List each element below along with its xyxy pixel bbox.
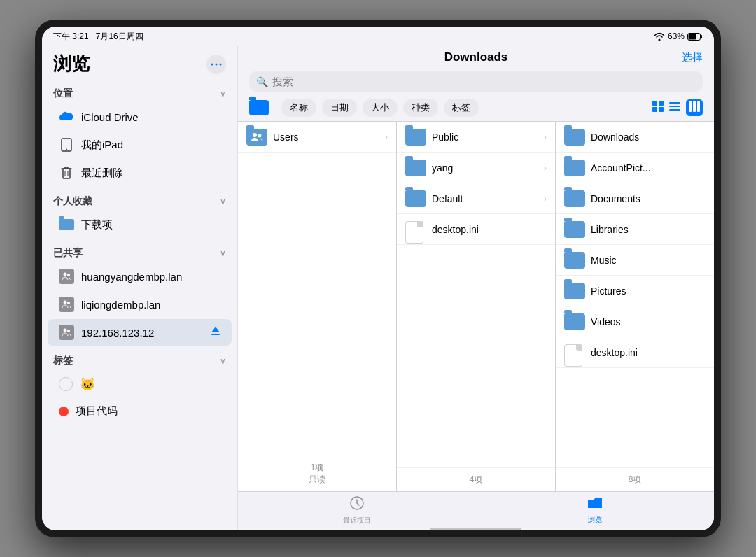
wifi-icon bbox=[654, 32, 665, 41]
table-row[interactable]: Documents bbox=[556, 183, 714, 214]
table-row[interactable]: Libraries bbox=[556, 214, 714, 245]
view-icons bbox=[652, 99, 703, 116]
table-row[interactable]: yang › bbox=[397, 153, 555, 183]
eject-icon bbox=[211, 325, 220, 339]
sidebar-item-icloud-label: iCloud Drive bbox=[81, 111, 220, 123]
section-favorites-header[interactable]: 个人收藏 ∨ bbox=[42, 187, 237, 211]
list-view-button[interactable] bbox=[669, 101, 680, 115]
file-name-users: Users bbox=[273, 132, 379, 143]
file-toolbar: Downloads 选择 bbox=[238, 46, 714, 69]
section-location-header[interactable]: 位置 ∨ bbox=[42, 79, 237, 103]
file-name-documents: Documents bbox=[591, 193, 706, 204]
file-name-libraries: Libraries bbox=[591, 224, 706, 235]
svg-point-7 bbox=[66, 149, 67, 150]
table-row[interactable]: Videos bbox=[556, 306, 714, 337]
file-name-default: Default bbox=[432, 193, 538, 204]
sidebar-menu-button[interactable] bbox=[206, 55, 226, 74]
section-tags-header[interactable]: 标签 ∨ bbox=[42, 346, 237, 370]
sidebar-item-tag-code[interactable]: 项目代码 bbox=[48, 399, 232, 423]
col3-count: 8项 bbox=[564, 474, 706, 486]
section-location-chevron: ∨ bbox=[220, 89, 226, 99]
svg-rect-1 bbox=[689, 34, 696, 39]
table-row[interactable]: Users › bbox=[238, 122, 396, 153]
red-dot-icon bbox=[59, 407, 69, 416]
sidebar-item-downloads[interactable]: 下载项 bbox=[48, 211, 232, 238]
pictures-icon bbox=[564, 283, 585, 299]
filter-chip-size[interactable]: 大小 bbox=[363, 99, 398, 117]
section-shared-header[interactable]: 已共享 ∨ bbox=[42, 239, 237, 262]
svg-point-15 bbox=[64, 329, 67, 332]
file-name-public: Public bbox=[432, 132, 538, 143]
filter-folder-icon bbox=[249, 100, 269, 115]
filter-bar: 名称 日期 大小 种类 标签 bbox=[238, 94, 714, 121]
sidebar-item-shared3-label: 192.168.123.12 bbox=[81, 327, 204, 339]
table-row[interactable]: Downloads bbox=[556, 122, 714, 153]
svg-rect-26 bbox=[689, 101, 692, 112]
table-row[interactable]: desktop.ini bbox=[556, 337, 714, 368]
svg-point-16 bbox=[67, 330, 70, 332]
sidebar-item-shared2[interactable]: liqiongdembp.lan bbox=[48, 291, 232, 318]
tab-browse[interactable]: 浏览 bbox=[476, 496, 714, 525]
sidebar-item-icloud[interactable]: iCloud Drive bbox=[48, 104, 232, 130]
accountpict-icon bbox=[564, 160, 585, 176]
sidebar-item-ipad[interactable]: 我的iPad bbox=[48, 132, 232, 158]
file-name-desktop-ini: desktop.ini bbox=[432, 224, 547, 235]
column-2-footer: 4项 bbox=[397, 467, 555, 491]
desktop-ini-3-icon bbox=[564, 344, 585, 361]
ipad-screen: 下午 3:21 7月16日周四 63% bbox=[42, 27, 714, 530]
select-button[interactable]: 选择 bbox=[682, 51, 703, 64]
table-row[interactable]: Default › bbox=[397, 183, 555, 214]
table-row[interactable]: desktop.ini bbox=[397, 214, 555, 245]
svg-rect-23 bbox=[669, 102, 680, 104]
people-icon-2 bbox=[59, 297, 74, 312]
main-content: 浏览 位置 ∨ iCloud Drive bbox=[42, 46, 714, 530]
svg-rect-22 bbox=[659, 107, 664, 112]
users-folder-icon bbox=[246, 129, 267, 146]
home-bar bbox=[430, 528, 522, 530]
column-view-button[interactable] bbox=[686, 99, 703, 116]
sidebar-item-trash[interactable]: 最近删除 bbox=[48, 160, 232, 186]
sidebar-item-shared1[interactable]: huangyangdembp.lan bbox=[48, 263, 232, 290]
file-name-videos: Videos bbox=[591, 316, 706, 327]
sidebar: 浏览 位置 ∨ iCloud Drive bbox=[42, 46, 238, 530]
status-date: 7月16日周四 bbox=[96, 31, 144, 41]
grid-view-button[interactable] bbox=[652, 101, 664, 115]
table-row[interactable]: Music bbox=[556, 245, 714, 276]
tab-recents-label: 最近项目 bbox=[343, 516, 371, 526]
column-1: Users › 1项 只读 bbox=[238, 122, 397, 491]
file-name-desktop-ini-3: desktop.ini bbox=[591, 347, 706, 358]
status-indicators: 63% bbox=[654, 31, 703, 41]
svg-rect-20 bbox=[659, 101, 664, 106]
filter-chip-name[interactable]: 名称 bbox=[281, 99, 316, 117]
svg-point-11 bbox=[64, 273, 67, 276]
filter-folder-container bbox=[249, 100, 272, 115]
status-time-date: 下午 3:21 7月16日周四 bbox=[53, 31, 144, 43]
filter-chip-kind[interactable]: 种类 bbox=[403, 99, 438, 117]
people-icon-1 bbox=[59, 269, 74, 284]
status-bar: 下午 3:21 7月16日周四 63% bbox=[42, 27, 714, 46]
sidebar-header: 浏览 bbox=[42, 46, 237, 79]
column-2: Public › yang › bbox=[397, 122, 556, 491]
file-name-downloads: Downloads bbox=[591, 132, 706, 143]
tab-recents[interactable]: 最近项目 bbox=[238, 496, 476, 525]
filter-chip-tag[interactable]: 标签 bbox=[444, 99, 479, 117]
icloud-icon bbox=[59, 109, 74, 125]
sidebar-item-trash-label: 最近删除 bbox=[81, 167, 220, 180]
sidebar-item-tag-cat[interactable]: 🐱 bbox=[48, 371, 232, 397]
file-name-music: Music bbox=[591, 255, 706, 266]
table-row[interactable]: AccountPict... bbox=[556, 153, 714, 183]
column-3: Downloads AccountPict... D bbox=[556, 122, 714, 491]
table-row[interactable]: Pictures bbox=[556, 276, 714, 306]
ipad-shell: 下午 3:21 7月16日周四 63% bbox=[35, 20, 721, 537]
file-name-accountpict: AccountPict... bbox=[591, 162, 706, 174]
documents-icon bbox=[564, 190, 585, 207]
sidebar-item-shared3[interactable]: 192.168.123.12 bbox=[48, 319, 232, 346]
table-row[interactable]: Public › bbox=[397, 122, 555, 153]
battery-percentage: 63% bbox=[668, 31, 685, 41]
search-input[interactable] bbox=[272, 76, 696, 87]
filter-chip-date[interactable]: 日期 bbox=[322, 99, 357, 117]
columns-container: Users › 1项 只读 bbox=[238, 121, 714, 491]
chevron-icon: › bbox=[385, 132, 388, 142]
videos-icon bbox=[564, 313, 585, 330]
ipad-icon bbox=[59, 137, 74, 153]
